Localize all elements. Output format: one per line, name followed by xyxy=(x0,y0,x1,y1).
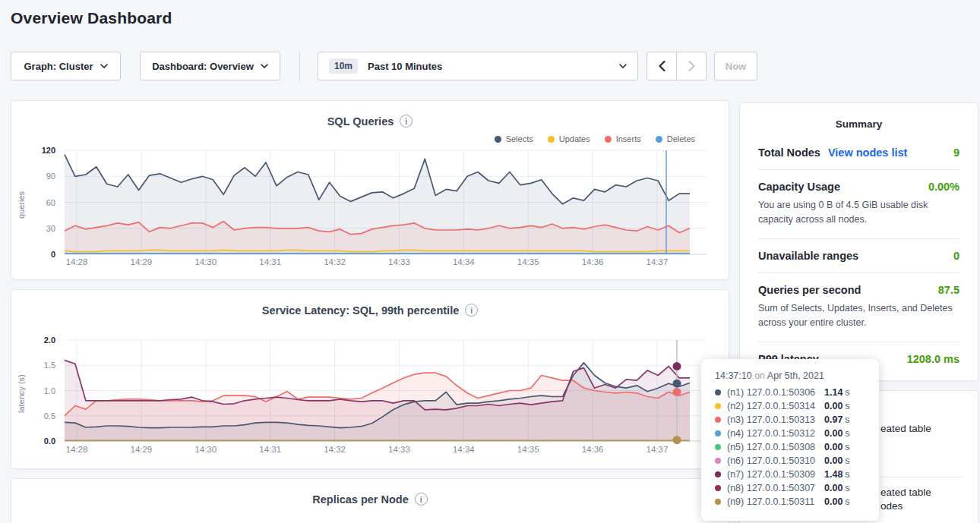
now-button-label: Now xyxy=(726,61,746,72)
graph-dropdown-label: Graph: Cluster xyxy=(24,61,93,72)
p99-latency-value: 1208.0 ms xyxy=(907,353,959,365)
chevron-right-icon xyxy=(688,61,695,71)
dashboard-dropdown-label: Dashboard: Overview xyxy=(152,61,254,72)
now-button[interactable]: Now xyxy=(714,52,757,80)
overview-dashboard-page: Overview Dashboard Graph: Cluster Dashbo… xyxy=(0,0,980,523)
legend-dot xyxy=(656,136,662,143)
legend-dot xyxy=(495,136,501,143)
summary-panel: Summary Total Nodes View nodes list 9 Ca… xyxy=(739,102,978,381)
tooltip-node-row: (n3) 127.0.0.1:503130.97s xyxy=(715,413,879,427)
unavailable-ranges-value: 0 xyxy=(953,250,959,262)
node-latency-unit: s xyxy=(845,496,849,507)
node-color-dot xyxy=(715,389,721,395)
node-address: (n4) 127.0.0.1:50312 xyxy=(727,428,824,439)
node-address: (n2) 127.0.0.1:50314 xyxy=(727,401,824,411)
tooltip-node-row: (n7) 127.0.0.1:503091.48s xyxy=(715,468,879,481)
tooltip-node-row: (n2) 127.0.0.1:503140.00s xyxy=(715,399,879,413)
tooltip-node-row: (n8) 127.0.0.1:503070.00s xyxy=(715,481,879,495)
sql-queries-chart[interactable]: 030609012014:2814:2914:3014:3114:3214:33… xyxy=(11,143,729,273)
view-nodes-list-link[interactable]: View nodes list xyxy=(828,147,908,159)
unavailable-ranges-label: Unavailable ranges xyxy=(758,250,858,262)
svg-text:14:36: 14:36 xyxy=(582,445,604,454)
chart-hover-tooltip: 14:37:10 on Apr 5th, 2021 (n1) 127.0.0.1… xyxy=(701,359,879,521)
capacity-usage-label: Capacity Usage xyxy=(758,181,840,193)
svg-text:2.0: 2.0 xyxy=(44,336,55,345)
node-color-dot xyxy=(715,417,721,423)
svg-text:14:35: 14:35 xyxy=(517,445,539,454)
replicas-title: Replicas per Node xyxy=(312,493,409,506)
node-latency-unit: s xyxy=(845,387,849,398)
info-icon[interactable]: i xyxy=(415,493,428,506)
total-nodes-label: Total Nodes xyxy=(758,147,820,159)
legend-dot xyxy=(605,136,612,143)
summary-title: Summary xyxy=(758,118,959,130)
node-latency-unit: s xyxy=(845,401,849,411)
tooltip-node-row: (n5) 127.0.0.1:503080.00s xyxy=(715,440,879,454)
node-address: (n5) 127.0.0.1:50308 xyxy=(727,442,824,452)
svg-text:14:29: 14:29 xyxy=(130,257,152,266)
total-nodes-value: 9 xyxy=(953,147,959,159)
node-address: (n9) 127.0.0.1:50311 xyxy=(727,496,824,507)
chevron-down-icon xyxy=(100,64,108,68)
tooltip-node-row: (n9) 127.0.0.1:503110.00s xyxy=(715,495,879,509)
svg-text:14:35: 14:35 xyxy=(517,257,539,266)
time-range-label: Past 10 Minutes xyxy=(368,61,442,72)
total-nodes-row: Total Nodes View nodes list 9 xyxy=(758,147,959,159)
info-icon[interactable]: i xyxy=(465,304,478,317)
node-latency-unit: s xyxy=(845,469,849,480)
node-color-dot xyxy=(715,403,721,409)
unavailable-ranges-row: Unavailable ranges 0 xyxy=(758,250,959,262)
svg-text:90: 90 xyxy=(46,172,55,181)
node-color-dot xyxy=(715,471,721,477)
service-latency-chart[interactable]: 0.00.51.01.52.014:2814:2914:3014:3114:32… xyxy=(11,332,729,462)
event-text-fragment: eated table xyxy=(880,423,931,434)
svg-text:120: 120 xyxy=(42,146,55,155)
svg-text:14:37: 14:37 xyxy=(646,257,669,266)
queries-per-second-description: Sum of Selects, Updates, Inserts, and De… xyxy=(758,301,959,331)
capacity-usage-row: Capacity Usage 0.00% xyxy=(758,181,959,193)
tooltip-timestamp: 14:37:10 on Apr 5th, 2021 xyxy=(715,370,879,381)
event-text-fragment: odes xyxy=(880,500,903,512)
svg-text:14:33: 14:33 xyxy=(388,257,410,266)
svg-text:14:37: 14:37 xyxy=(646,445,669,454)
node-latency-unit: s xyxy=(845,483,849,493)
node-latency-value: 0.00 xyxy=(824,455,842,466)
node-latency-value: 0.00 xyxy=(824,442,842,452)
node-address: (n3) 127.0.0.1:50313 xyxy=(727,414,824,425)
replicas-per-node-panel: Replicas per Node i xyxy=(11,478,729,523)
time-range-badge: 10m xyxy=(329,58,358,74)
info-icon[interactable]: i xyxy=(400,115,413,128)
sql-queries-title: SQL Queries xyxy=(327,115,394,128)
svg-text:0.0: 0.0 xyxy=(44,436,55,446)
queries-per-second-value: 87.5 xyxy=(938,284,959,296)
controls-divider xyxy=(299,52,300,80)
controls-bar: Graph: Cluster Dashboard: Overview 10m P… xyxy=(0,52,980,80)
node-latency-value: 0.00 xyxy=(824,483,842,493)
node-latency-unit: s xyxy=(845,455,849,466)
time-next-button[interactable] xyxy=(676,52,707,80)
svg-text:1.5: 1.5 xyxy=(44,361,55,370)
time-prev-button[interactable] xyxy=(646,52,677,80)
svg-text:30: 30 xyxy=(46,224,55,233)
page-title: Overview Dashboard xyxy=(11,9,172,27)
node-color-dot xyxy=(715,458,721,464)
capacity-usage-description: You are using 0 B of 4.5 GiB usable disk… xyxy=(758,198,959,228)
svg-text:14:31: 14:31 xyxy=(259,445,281,454)
svg-text:14:32: 14:32 xyxy=(324,257,346,266)
node-latency-unit: s xyxy=(845,428,849,439)
node-color-dot xyxy=(715,485,721,491)
dashboard-dropdown[interactable]: Dashboard: Overview xyxy=(140,52,280,80)
node-address: (n8) 127.0.0.1:50307 xyxy=(727,483,824,493)
tooltip-rows: (n1) 127.0.0.1:503061.14s(n2) 127.0.0.1:… xyxy=(715,386,879,509)
divider xyxy=(758,238,959,239)
svg-text:14:28: 14:28 xyxy=(66,257,88,266)
svg-text:14:28: 14:28 xyxy=(66,445,88,454)
tooltip-node-row: (n4) 127.0.0.1:503120.00s xyxy=(715,427,879,440)
time-range-selector[interactable]: 10m Past 10 Minutes xyxy=(318,52,638,80)
graph-dropdown[interactable]: Graph: Cluster xyxy=(11,52,121,80)
svg-text:14:33: 14:33 xyxy=(388,445,410,454)
svg-text:14:34: 14:34 xyxy=(453,257,475,266)
svg-text:14:30: 14:30 xyxy=(194,257,217,266)
queries-per-second-label: Queries per second xyxy=(758,284,861,296)
node-latency-value: 0.00 xyxy=(824,428,842,439)
